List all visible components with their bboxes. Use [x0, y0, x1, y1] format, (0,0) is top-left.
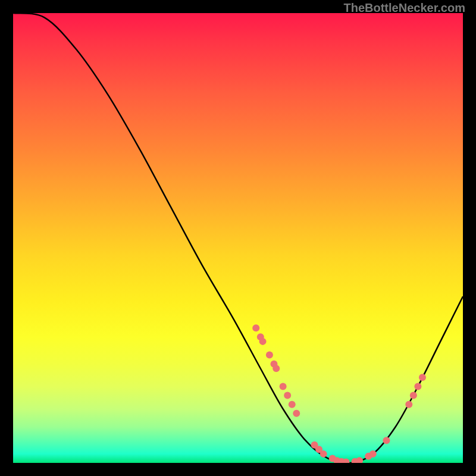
- data-point: [293, 410, 300, 417]
- data-markers: [252, 324, 426, 463]
- data-point: [273, 365, 280, 372]
- watermark-text: TheBottleNecker.com: [343, 1, 465, 15]
- data-point: [356, 457, 363, 463]
- data-point: [259, 338, 267, 345]
- data-point: [252, 324, 259, 331]
- data-point: [320, 450, 327, 458]
- bottleneck-curve: [13, 13, 463, 463]
- data-point: [280, 383, 287, 390]
- data-point: [405, 401, 412, 408]
- data-point: [289, 401, 296, 408]
- plot-area: [13, 13, 463, 463]
- data-point: [284, 392, 291, 399]
- data-point: [419, 374, 426, 381]
- chart-svg: [13, 13, 463, 463]
- data-point: [410, 392, 417, 399]
- chart-container: TheBottleNecker.com: [0, 0, 476, 476]
- data-point: [383, 437, 390, 444]
- data-point: [369, 450, 377, 458]
- data-point: [414, 383, 421, 390]
- data-point: [266, 352, 273, 359]
